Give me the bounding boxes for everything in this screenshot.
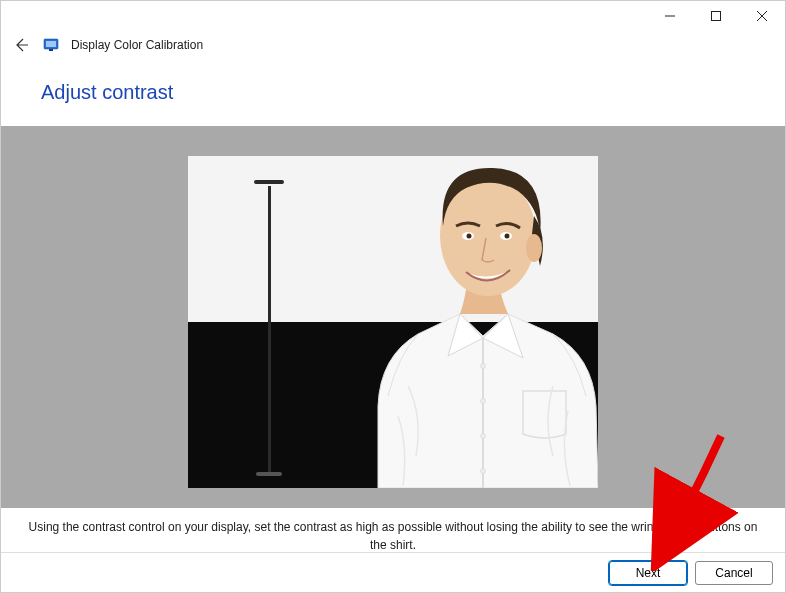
svg-point-14: [481, 364, 486, 369]
window-titlebar: [1, 1, 785, 31]
svg-point-15: [481, 399, 486, 404]
cancel-button[interactable]: Cancel: [695, 561, 773, 585]
svg-point-17: [481, 469, 486, 474]
app-title: Display Color Calibration: [71, 38, 203, 52]
maximize-button[interactable]: [693, 1, 739, 31]
instruction-text: Using the contrast control on your displ…: [1, 508, 785, 554]
svg-rect-1: [712, 12, 721, 21]
svg-point-8: [526, 234, 542, 262]
next-button[interactable]: Next: [609, 561, 687, 585]
contrast-sample-image: [188, 156, 598, 488]
svg-rect-5: [46, 41, 56, 47]
app-icon: [43, 37, 59, 53]
button-bar: Next Cancel: [1, 552, 785, 592]
header-bar: Display Color Calibration: [1, 31, 785, 59]
content-area: [1, 126, 785, 508]
close-button[interactable]: [739, 1, 785, 31]
svg-rect-6: [49, 49, 53, 51]
svg-point-16: [481, 434, 486, 439]
svg-point-12: [505, 234, 510, 239]
back-button[interactable]: [11, 35, 31, 55]
svg-point-10: [467, 234, 472, 239]
page-heading: Adjust contrast: [1, 59, 785, 126]
minimize-button[interactable]: [647, 1, 693, 31]
